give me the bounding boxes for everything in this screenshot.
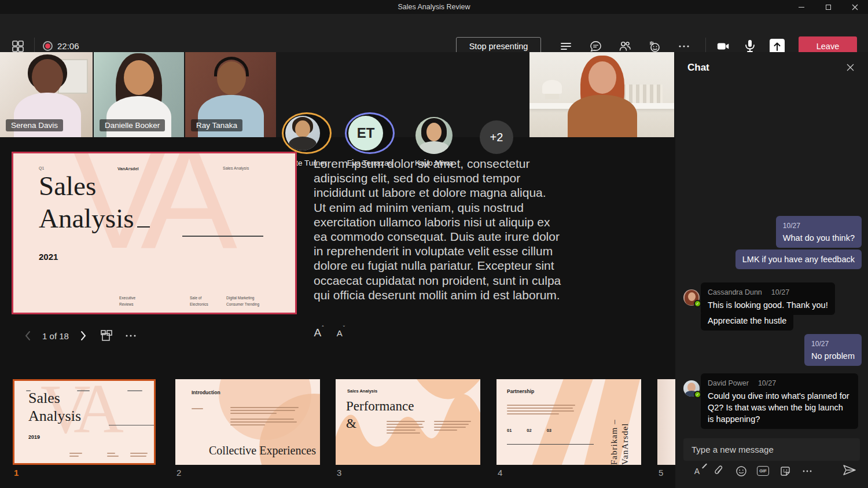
participant-name-label: Ray Tanaka [191, 119, 242, 131]
video-tile-active-speaker[interactable] [529, 52, 674, 137]
thumb-footer-placeholder [69, 453, 87, 458]
slide-rule-line [182, 236, 263, 237]
close-button[interactable] [841, 0, 868, 14]
gif-icon: GIF [757, 466, 769, 476]
message-text: What do you think? [783, 232, 855, 244]
chevron-left-icon [24, 331, 31, 341]
message-text: Appreciate the hustle [708, 315, 786, 326]
chat-avatar-david-power: ✓ [683, 380, 700, 397]
share-arrow-icon [773, 42, 781, 51]
title-underscore [137, 226, 150, 228]
chat-avatar-cassandra-dunn: ✓ [683, 289, 700, 306]
maximize-button[interactable] [815, 0, 841, 14]
meeting-details-button[interactable] [559, 39, 573, 53]
avatar-photo [285, 116, 320, 151]
message-text: No problem [811, 350, 855, 362]
chat-message-sent[interactable]: LMK if you have any feedback [735, 249, 862, 269]
thumb-number: 3 [337, 468, 341, 478]
attach-button[interactable] [712, 464, 726, 478]
microphone-button[interactable] [743, 39, 757, 53]
emoji-icon [735, 465, 747, 477]
participant-name-label: Serena Davis [6, 119, 63, 131]
video-tile-serena-davis[interactable]: Serena Davis [0, 52, 93, 137]
reaction-smiley-icon [648, 39, 661, 53]
title-bar: Sales Analysis Review [0, 0, 868, 14]
thumb-heading: Sales Analysis [347, 388, 377, 394]
decrease-font-button[interactable]: Aˇ [332, 326, 350, 345]
participant-name-label: Danielle Booker [100, 119, 165, 131]
chat-message-received[interactable]: David Power 10/27 Could you dive into wh… [701, 373, 858, 429]
slide-pagination: 1 of 18 [39, 326, 72, 345]
participant-strip: Serena Davis Danielle Booker Ray Tanaka [0, 52, 675, 137]
sticker-button[interactable] [778, 464, 792, 478]
increase-font-button[interactable]: Aˆ [310, 326, 328, 345]
slide-more-options-button[interactable] [123, 326, 139, 345]
thumbnail-slide-1[interactable]: VA SalesAnalysis 2019 [13, 379, 156, 465]
background-lamp [542, 80, 562, 94]
message-text: This is looking good. Thank you! [708, 299, 828, 311]
chat-message-sent[interactable]: 10/27 What do you think? [776, 216, 862, 248]
thumb-year: 2019 [28, 434, 40, 440]
teams-meeting-window: Sales Analysis Review 22:06 Stop present… [0, 0, 868, 488]
presented-slide[interactable]: VA Q1 VanArsdel Sales Analysis Sales Ana… [12, 152, 297, 314]
message-meta: Cassandra Dunn 10/27 [708, 287, 828, 298]
gallery-layout-button[interactable] [12, 40, 24, 53]
more-actions-button[interactable] [677, 39, 691, 53]
overflow-count-badge: +2 [480, 120, 513, 154]
thumb-text-placeholder [507, 405, 576, 416]
paperclip-icon [714, 465, 724, 477]
slide-year: 2021 [39, 252, 58, 262]
overflow-participants[interactable]: +2 [478, 120, 515, 154]
sticker-icon [779, 465, 791, 477]
chat-message-sent[interactable]: 10/27 No problem [804, 334, 862, 366]
next-slide-button[interactable] [76, 326, 90, 345]
recording-icon [43, 41, 53, 51]
chevron-right-icon [80, 331, 87, 341]
composer-toolbar: A GIF [690, 464, 814, 478]
reactions-button[interactable] [648, 39, 661, 53]
composer-more-button[interactable] [800, 464, 814, 478]
video-tile-ray-tanaka[interactable]: Ray Tanaka [185, 52, 276, 137]
meeting-toolbar: 22:06 Stop presenting [0, 14, 868, 52]
message-author: David Power [708, 377, 749, 389]
avatar-ring: ET [345, 112, 395, 154]
slide-grid-view-button[interactable] [100, 326, 115, 345]
thumb-number: 5 [659, 468, 663, 478]
format-pen-icon [702, 463, 707, 468]
thumbnail-slide-2[interactable]: Introduction Collective Experiences [175, 379, 320, 465]
close-icon [847, 64, 854, 71]
chat-panel-title: Chat [687, 62, 709, 74]
thumb-heading: Introduction [192, 390, 220, 395]
slide-header-right: Sales Analysis [223, 166, 249, 170]
previous-slide-button[interactable] [21, 326, 35, 345]
more-dots-icon [124, 329, 137, 342]
maximize-icon [826, 5, 831, 10]
chat-bubble-icon [589, 40, 602, 53]
minimize-button[interactable] [788, 0, 815, 14]
thumb-text-placeholder [230, 407, 300, 427]
decor-stripe [528, 379, 595, 465]
chat-message-received[interactable]: Cassandra Dunn 10/27 This is looking goo… [701, 282, 835, 315]
thumb-title: SalesAnalysis [28, 389, 81, 425]
camera-button[interactable] [716, 39, 730, 53]
avatar-initials: ET [348, 116, 383, 151]
close-icon [852, 4, 858, 10]
thumbnail-slide-3[interactable]: Sales Analysis Performance& [336, 379, 480, 465]
send-message-button[interactable] [843, 464, 856, 476]
window-controls [788, 0, 868, 14]
thumbnail-slide-4[interactable]: Partnership 01 02 03 Fabrikam – VanArsde… [496, 379, 641, 465]
thumbnail-slide-5[interactable] [657, 379, 675, 465]
chat-close-button[interactable] [847, 64, 854, 71]
format-button[interactable]: A [690, 464, 704, 478]
grid-layout-icon [12, 40, 24, 53]
chat-message-input[interactable] [683, 438, 860, 461]
participants-button[interactable] [618, 39, 632, 53]
video-tile-danielle-booker[interactable]: Danielle Booker [94, 52, 184, 137]
emoji-button[interactable] [734, 464, 748, 478]
chat-toggle-button[interactable] [589, 39, 602, 53]
recording-indicator: 22:06 [43, 41, 79, 51]
gif-button[interactable]: GIF [756, 464, 770, 478]
thumb-caption: Collective Experiences [209, 444, 316, 457]
chat-message-received[interactable]: Appreciate the hustle [701, 311, 793, 331]
minimize-icon [799, 7, 804, 8]
